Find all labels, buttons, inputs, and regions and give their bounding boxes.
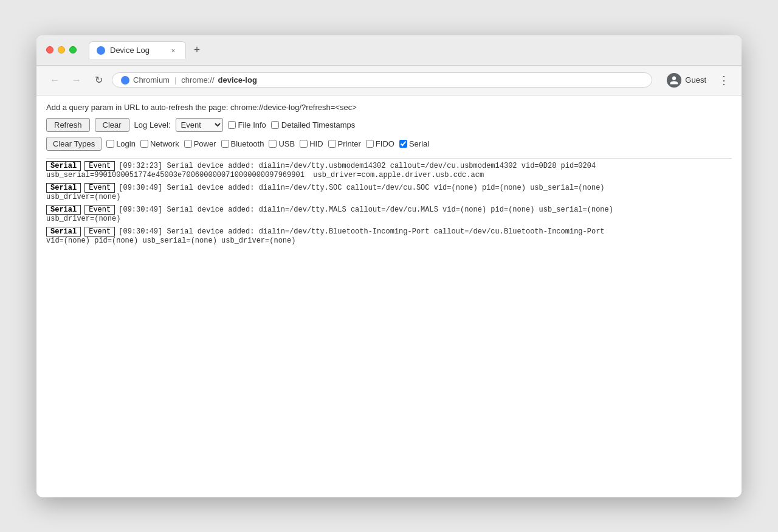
traffic-lights [46,46,77,54]
type-bluetooth-group[interactable]: Bluetooth [221,139,264,148]
maximize-button[interactable] [69,46,77,54]
close-button[interactable] [46,46,53,54]
log-text-line2: usb_serial=9901000051774e45003e700600000… [46,171,732,179]
log-text: [09:30:49] Serial device added: dialin=/… [119,184,604,192]
type-usb-checkbox[interactable] [269,140,277,148]
profile-name: Guest [685,75,706,85]
log-text: [09:32:23] Serial device added: dialin=/… [119,162,596,170]
url-separator: | [174,75,176,85]
type-serial-label: Serial [409,139,429,148]
detailed-timestamps-checkbox-group[interactable]: Detailed Timestamps [271,120,355,130]
log-tag-serial: Serial [46,205,81,215]
log-level-event: Event [84,227,115,237]
file-info-checkbox[interactable] [228,121,236,129]
type-network-checkbox[interactable] [140,140,148,148]
detailed-timestamps-checkbox[interactable] [271,121,279,129]
url-favicon-icon [121,76,129,85]
type-serial-checkbox[interactable] [399,140,407,148]
info-text: Add a query param in URL to auto-refresh… [46,103,732,112]
reload-button[interactable]: ↻ [90,72,107,89]
minimize-button[interactable] [58,46,65,54]
log-text-line2: usb_driver=(none) [46,215,732,223]
log-tag-serial: Serial [46,227,81,237]
type-printer-group[interactable]: Printer [328,139,361,148]
type-serial-group[interactable]: Serial [399,139,429,148]
log-level-event: Event [84,183,115,193]
profile-icon [667,73,681,88]
clear-types-button[interactable]: Clear Types [46,137,102,151]
type-fido-label: FIDO [376,139,394,148]
menu-button[interactable]: ⋮ [716,71,732,89]
type-network-group[interactable]: Network [140,139,179,148]
clear-button[interactable]: Clear [95,118,129,132]
types-row: Clear Types Login Network Power Bluetoot… [46,137,732,151]
browser-window: Device Log × + ← → ↻ Chromium | chrome:/… [36,35,742,497]
type-power-group[interactable]: Power [184,139,216,148]
type-login-checkbox[interactable] [106,140,114,148]
log-text-line2: vid=(none) pid=(none) usb_serial=(none) … [46,237,732,245]
log-text: [09:30:49] Serial device added: dialin=/… [119,206,613,214]
tab-bar: Device Log × + [89,41,732,59]
log-entry: Serial Event [09:30:49] Serial device ad… [46,227,732,245]
url-path: device-log [218,75,257,85]
refresh-button[interactable]: Refresh [46,118,90,132]
log-level-event: Event [84,205,115,215]
type-bluetooth-label: Bluetooth [231,139,264,148]
controls-row: Refresh Clear Log Level: Event Debug Inf… [46,118,732,132]
type-power-label: Power [194,139,216,148]
tab-title: Device Log [110,46,150,55]
type-printer-label: Printer [338,139,361,148]
active-tab[interactable]: Device Log × [89,41,186,59]
file-info-checkbox-group[interactable]: File Info [228,120,266,130]
forward-button[interactable]: → [68,72,85,89]
url-bar[interactable]: Chromium | chrome://device-log [112,72,652,88]
detailed-timestamps-label: Detailed Timestamps [281,120,355,130]
type-usb-label: USB [278,139,295,148]
title-bar: Device Log × + [36,35,742,66]
log-level-select[interactable]: Event Debug Info Warning Error [176,118,223,132]
url-prefix: chrome:// [181,75,214,85]
type-hid-checkbox[interactable] [300,140,308,148]
profile-area: Guest ⋮ [662,71,732,90]
type-printer-checkbox[interactable] [328,140,336,148]
log-tag-serial: Serial [46,161,81,171]
tab-close-button[interactable]: × [168,46,178,55]
type-bluetooth-checkbox[interactable] [221,140,229,148]
type-fido-group[interactable]: FIDO [366,139,394,148]
log-tag-serial: Serial [46,183,81,193]
new-tab-button[interactable]: + [188,42,205,59]
type-power-checkbox[interactable] [184,140,192,148]
type-hid-label: HID [309,139,323,148]
log-level-event: Event [84,161,115,171]
log-entry: Serial Event [09:32:23] Serial device ad… [46,161,732,179]
back-button[interactable]: ← [46,72,63,89]
log-entries: Serial Event [09:32:23] Serial device ad… [46,158,732,245]
type-login-group[interactable]: Login [106,139,136,148]
log-entry: Serial Event [09:30:49] Serial device ad… [46,183,732,201]
page-content: Add a query param in URL to auto-refresh… [36,95,742,497]
profile-button[interactable]: Guest [662,71,711,90]
log-text-line2: usb_driver=(none) [46,193,732,201]
type-hid-group[interactable]: HID [300,139,323,148]
type-fido-checkbox[interactable] [366,140,374,148]
file-info-label: File Info [238,120,266,130]
log-entry: Serial Event [09:30:49] Serial device ad… [46,205,732,223]
tab-favicon-icon [97,46,105,55]
url-brand: Chromium [133,75,170,85]
address-bar: ← → ↻ Chromium | chrome://device-log Gue… [36,66,742,95]
log-text: [09:30:49] Serial device added: dialin=/… [119,227,604,236]
log-level-label: Log Level: [134,120,171,130]
type-usb-group[interactable]: USB [269,139,295,148]
type-login-label: Login [116,139,136,148]
type-network-label: Network [150,139,179,148]
